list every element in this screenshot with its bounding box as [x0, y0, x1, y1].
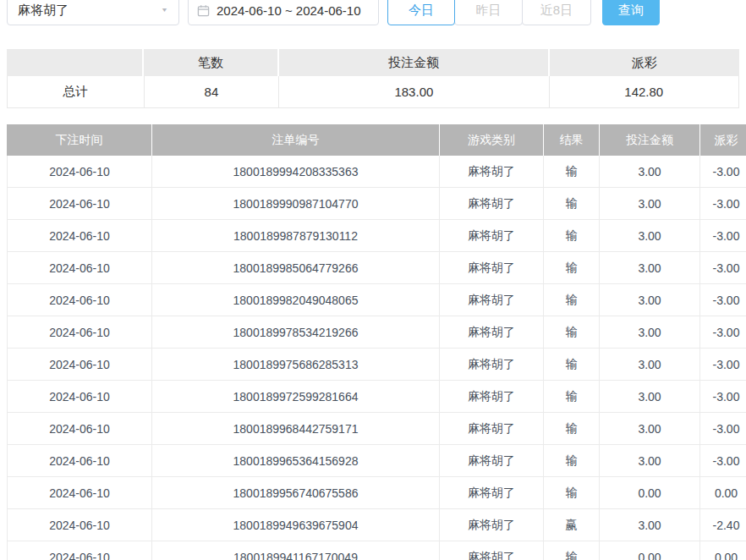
bet-table-header-row: 下注时间注单编号游戏类别结果投注金额派彩	[7, 124, 746, 156]
bet-time-cell: 2024-06-10	[7, 541, 152, 560]
table-row: 2024-06-101800189972599281664麻将胡了输3.00-3…	[7, 381, 746, 413]
bet-time-cell: 2024-06-10	[7, 509, 152, 541]
bet-amount-cell: 3.00	[600, 220, 700, 251]
game-type-cell: 麻将胡了	[440, 445, 544, 476]
bet-id-cell: 1800189965364156928	[152, 445, 440, 476]
bet-amount-cell: 3.00	[600, 349, 700, 380]
summary-total-count: 84	[145, 76, 280, 107]
bet-amount-cell: 0.00	[600, 477, 700, 508]
result-cell: 输	[544, 188, 600, 219]
bet-records-table: 下注时间注单编号游戏类别结果投注金额派彩 2024-06-10180018999…	[7, 124, 746, 560]
date-range-picker[interactable]: 2024-06-10 ~ 2024-06-10	[188, 0, 379, 25]
game-type-cell: 麻将胡了	[440, 316, 544, 348]
table-row: 2024-06-101800189990987104770麻将胡了输3.00-3…	[7, 188, 746, 220]
table-row: 2024-06-101800189941167170049麻将胡了输0.000.…	[7, 541, 746, 560]
result-cell: 输	[544, 381, 600, 412]
bet-time-cell: 2024-06-10	[7, 316, 152, 348]
bet-amount-cell: 3.00	[600, 316, 700, 348]
bet-time-header: 下注时间	[7, 124, 152, 156]
game-type-header: 游戏类别	[440, 124, 544, 156]
payout-cell: -3.00	[700, 349, 746, 380]
payout-header: 派彩	[700, 124, 746, 156]
bet-time-cell: 2024-06-10	[7, 252, 152, 283]
payout-cell: -2.40	[700, 509, 746, 541]
payout-cell: -3.00	[700, 220, 746, 251]
bet-time-cell: 2024-06-10	[7, 349, 152, 380]
game-type-cell: 麻将胡了	[440, 220, 544, 251]
table-row: 2024-06-101800189987879130112麻将胡了输3.00-3…	[7, 220, 746, 252]
search-button[interactable]: 查询	[602, 0, 660, 25]
yesterday-button[interactable]: 昨日	[454, 0, 523, 25]
bet-table-body: 2024-06-101800189994208335363麻将胡了输3.00-3…	[7, 156, 746, 560]
result-cell: 输	[544, 220, 600, 251]
bet-time-cell: 2024-06-10	[7, 477, 152, 508]
today-button[interactable]: 今日	[387, 0, 455, 25]
game-type-cell: 麻将胡了	[440, 284, 544, 316]
payout-cell: -3.00	[700, 381, 746, 412]
result-cell: 输	[544, 284, 600, 316]
bet-id-cell: 1800189975686285313	[152, 349, 440, 380]
summary-total-label: 总计	[8, 76, 145, 107]
payout-cell: 0.00	[700, 541, 746, 560]
bet-amount-cell: 3.00	[600, 381, 700, 412]
game-select[interactable]: 麻将胡了 ▼	[7, 0, 179, 25]
bet-amount-cell: 3.00	[600, 156, 700, 187]
summary-total-row: 总计 84 183.00 142.80	[7, 76, 739, 108]
payout-cell: -3.00	[700, 252, 746, 283]
bet-id-cell: 1800189985064779266	[152, 252, 440, 283]
summary-header-row: 笔数 投注金额 派彩	[7, 49, 739, 76]
result-cell: 输	[544, 477, 600, 508]
result-cell: 输	[544, 349, 600, 380]
table-row: 2024-06-101800189968442759171麻将胡了输3.00-3…	[7, 413, 746, 445]
bet-amount-cell: 3.00	[600, 509, 700, 541]
game-type-cell: 麻将胡了	[440, 413, 544, 444]
table-row: 2024-06-101800189978534219266麻将胡了输3.00-3…	[7, 316, 746, 349]
result-header: 结果	[544, 124, 600, 156]
game-type-cell: 麻将胡了	[440, 509, 544, 541]
bet-time-cell: 2024-06-10	[7, 188, 152, 219]
bet-time-cell: 2024-06-10	[7, 381, 152, 412]
table-row: 2024-06-101800189982049048065麻将胡了输3.00-3…	[7, 284, 746, 316]
summary-header-payout: 派彩	[550, 49, 739, 76]
bet-id-cell: 1800189978534219266	[152, 316, 440, 348]
table-row: 2024-06-101800189994208335363麻将胡了输3.00-3…	[7, 156, 746, 188]
summary-table: 笔数 投注金额 派彩 总计 84 183.00 142.80	[7, 49, 739, 108]
bet-id-cell: 1800189987879130112	[152, 220, 440, 251]
chevron-down-icon: ▼	[161, 7, 168, 14]
payout-cell: -3.00	[700, 445, 746, 476]
game-type-cell: 麻将胡了	[440, 381, 544, 412]
bet-id-cell: 1800189982049048065	[152, 284, 440, 316]
bet-id-cell: 1800189994208335363	[152, 156, 440, 187]
betting-records-page: 麻将胡了 ▼ 2024-06-10 ~ 2024-06-10 今日 昨日 近8日…	[0, 0, 746, 560]
summary-total-payout: 142.80	[550, 76, 738, 107]
result-cell: 输	[544, 413, 600, 444]
summary-header-blank	[7, 49, 144, 76]
bet-id-cell: 1800189990987104770	[152, 188, 440, 219]
bet-time-cell: 2024-06-10	[7, 445, 152, 476]
bet-amount-cell: 3.00	[600, 188, 700, 219]
table-row: 2024-06-101800189965364156928麻将胡了输3.00-3…	[7, 445, 746, 477]
payout-cell: -3.00	[700, 316, 746, 348]
result-cell: 输	[544, 252, 600, 283]
bet-time-cell: 2024-06-10	[7, 156, 152, 187]
bet-amount-cell: 3.00	[600, 413, 700, 444]
game-select-value: 麻将胡了	[18, 3, 69, 19]
game-type-cell: 麻将胡了	[440, 252, 544, 283]
bet-id-cell: 1800189956740675586	[152, 477, 440, 508]
bet-amount-cell: 3.00	[600, 445, 700, 476]
table-row: 2024-06-101800189975686285313麻将胡了输3.00-3…	[7, 349, 746, 381]
table-row: 2024-06-101800189985064779266麻将胡了输3.00-3…	[7, 252, 746, 284]
game-type-cell: 麻将胡了	[440, 541, 544, 560]
bet-id-cell: 1800189949639675904	[152, 509, 440, 541]
bet-id-cell: 1800189968442759171	[152, 413, 440, 444]
bet-time-cell: 2024-06-10	[7, 284, 152, 316]
payout-cell: 0.00	[700, 477, 746, 508]
payout-cell: -3.00	[700, 284, 746, 316]
bet-amount-cell: 3.00	[600, 252, 700, 283]
result-cell: 输	[544, 541, 600, 560]
payout-cell: -3.00	[700, 156, 746, 187]
last-8-days-button[interactable]: 近8日	[522, 0, 591, 25]
summary-header-count: 笔数	[144, 49, 279, 76]
table-row: 2024-06-101800189949639675904麻将胡了赢3.00-2…	[7, 509, 746, 541]
bet-amount-cell: 3.00	[600, 284, 700, 316]
